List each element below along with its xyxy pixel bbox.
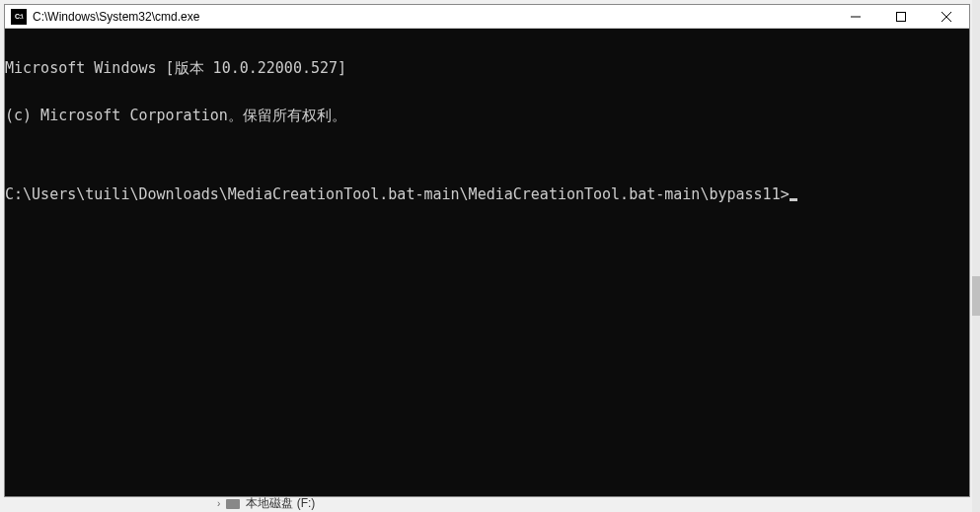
- svg-rect-1: [897, 12, 906, 21]
- maximize-button[interactable]: [878, 5, 924, 28]
- window-title: C:\Windows\System32\cmd.exe: [33, 10, 833, 24]
- cmd-window: C:\ C:\Windows\System32\cmd.exe Microsof…: [4, 4, 970, 497]
- chevron-right-icon: ›: [217, 498, 220, 509]
- terminal-output-line: (c) Microsoft Corporation。保留所有权利。: [5, 108, 969, 123]
- terminal-cursor: [790, 198, 797, 201]
- background-explorer-item: › 本地磁盘 (F:): [217, 495, 315, 512]
- terminal-prompt-line: C:\Users\tuili\Downloads\MediaCreationTo…: [5, 186, 969, 202]
- terminal-area[interactable]: Microsoft Windows [版本 10.0.22000.527] (c…: [5, 29, 969, 496]
- titlebar[interactable]: C:\ C:\Windows\System32\cmd.exe: [5, 5, 969, 29]
- terminal-prompt: C:\Users\tuili\Downloads\MediaCreationTo…: [5, 185, 790, 203]
- window-controls: [833, 5, 969, 28]
- background-scrollbar-track: [972, 0, 980, 512]
- disk-icon: [226, 499, 240, 509]
- terminal-output-line: Microsoft Windows [版本 10.0.22000.527]: [5, 60, 969, 76]
- close-button[interactable]: [924, 5, 969, 28]
- background-scrollbar-thumb[interactable]: [972, 276, 980, 316]
- minimize-button[interactable]: [833, 5, 878, 28]
- background-item-label: 本地磁盘 (F:): [246, 495, 315, 512]
- cmd-icon: C:\: [11, 9, 27, 25]
